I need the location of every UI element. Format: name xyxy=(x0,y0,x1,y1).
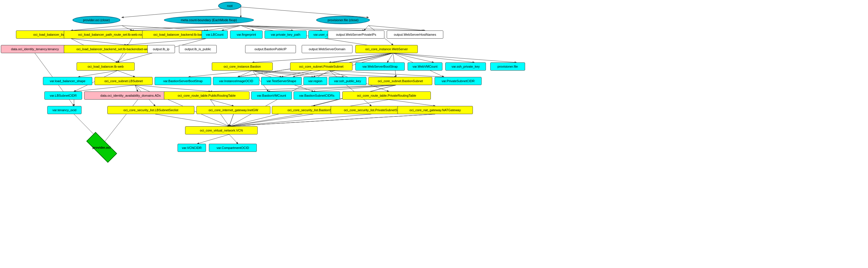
node-var-webvmcount: var.WebVMCount xyxy=(408,62,442,70)
svg-line-38 xyxy=(238,70,252,77)
node-var-instance-image-ocid: var.InstanceImageOCID xyxy=(213,77,259,85)
svg-line-29 xyxy=(393,53,517,62)
node-output-webserver-domain: output.WebServerDomain xyxy=(302,45,352,53)
node-oci-core-subnet-lbsubnet: oci_core_subnet.LBSubnet xyxy=(95,77,153,85)
svg-line-37 xyxy=(189,70,252,77)
node-oci-core-internet-gateway: oci_core_internet_gateway.InetGW xyxy=(196,106,270,114)
node-var-bastion-subnet-cidrs: var.BastionSubnetCIDRs xyxy=(293,91,340,99)
node-oci-core-security-list-lb: oci_core_security_list.LBSubnetSeclist xyxy=(107,106,194,114)
svg-line-24 xyxy=(118,53,126,62)
svg-line-60 xyxy=(329,70,371,106)
node-var-private-key-path: var.private_key_path xyxy=(265,30,307,39)
node-var-webserver-bootstrap: var.WebServerBootStrap xyxy=(355,62,405,70)
node-meta-count-boundary: meta.count-boundary (EachMode fixup) xyxy=(164,16,254,24)
node-oci-core-instance-webserver: oci_core_instance.WebServer xyxy=(355,45,418,53)
svg-line-45 xyxy=(78,70,118,77)
svg-line-64 xyxy=(389,99,435,106)
node-output-lb-ip: output.lb_ip xyxy=(147,45,175,53)
node-var-region: var.region xyxy=(304,77,327,85)
node-var-private-subnet-cidr: var.PrivateSubnetCIDR xyxy=(435,77,482,85)
svg-line-74 xyxy=(229,135,238,144)
node-output-lb-is-public: output.lb_is_public xyxy=(179,45,217,53)
node-var-lbcount: var.LBCount xyxy=(202,30,228,39)
node-var-load-balancer-shape: var.load_balancer_shape xyxy=(43,77,92,85)
svg-line-72 xyxy=(229,114,435,126)
svg-line-15 xyxy=(122,26,206,30)
node-output-webserver-hostnames: output.WebServerHostNames xyxy=(387,30,443,39)
node-oci-core-virtual-network-vcn: oci_core_virtual_network.VCN xyxy=(185,126,258,135)
node-var-tenancy-ocid: var.tenancy_ocid xyxy=(47,106,82,114)
svg-line-41 xyxy=(252,70,344,77)
node-oci-core-subnet-bastion: oci_core_subnet.BastionSubnet xyxy=(368,77,432,85)
svg-line-66 xyxy=(155,114,229,126)
svg-line-71 xyxy=(229,114,234,126)
node-provider-oci: provider.oci xyxy=(83,139,120,155)
node-var-test-server-shape: var.TestServerShape xyxy=(261,77,302,85)
node-provider-oci-close: provider.oci (close) xyxy=(72,16,120,24)
node-var-vcncidr: var.VCNCIDR xyxy=(178,144,206,152)
node-var-bastion-vm-count: var.BastionVMCount xyxy=(251,91,292,99)
node-oci-core-route-table-private: oci_core_route_table.PrivateRoutingTable xyxy=(342,91,431,99)
svg-line-62 xyxy=(210,99,234,106)
svg-line-51 xyxy=(135,85,210,91)
svg-line-19 xyxy=(71,39,126,45)
node-oci-core-nat-gateway: oci_core_nat_gateway.NATGateway xyxy=(398,106,473,114)
node-oci-core-route-table-public: oci_core_route_table.PublicRoutingTable xyxy=(164,91,249,99)
node-output-webserver-private-ips: output.WebServerPrivateIPs xyxy=(328,30,384,39)
node-oci-core-instance-bastion: oci_core_instance.Bastion xyxy=(212,62,273,70)
svg-line-48 xyxy=(74,85,135,91)
svg-line-10 xyxy=(241,26,364,30)
svg-line-73 xyxy=(197,135,229,144)
node-provisioner-file: provisioner.file xyxy=(490,62,525,70)
svg-line-28 xyxy=(393,53,474,62)
svg-line-53 xyxy=(210,85,396,91)
node-oci-core-subnet-private: oci_core_subnet.PrivateSubnet xyxy=(290,62,352,70)
svg-line-54 xyxy=(268,85,396,91)
node-var-lbsubnet-cidr: var.LBSubnetCIDR xyxy=(44,91,82,99)
node-var-ssh-public-key: var.ssh_public_key xyxy=(329,77,366,85)
node-var-bastion-server-bootstrap: var.BastionServerBootStrap xyxy=(155,77,211,85)
node-var-compartment-ocid: var.CompartmentOCID xyxy=(209,144,257,152)
node-data-availability-domains: data.oci_identity_availability_domains.A… xyxy=(84,91,177,99)
node-var-fingerprint: var.fingerprint xyxy=(230,30,262,39)
svg-line-16 xyxy=(364,26,368,30)
svg-line-14 xyxy=(122,26,132,30)
node-root: root xyxy=(218,2,241,10)
node-data-oci-identity-tenancy: data.oci_identity_tenancy.tenancy xyxy=(1,45,69,53)
node-provisioner-file-close: provisioner.file (close) xyxy=(316,16,370,24)
svg-line-9 xyxy=(241,26,322,30)
node-output-bastion-public-ip: output.BastionPublicIP xyxy=(245,45,296,53)
svg-line-58 xyxy=(329,70,444,77)
svg-line-46 xyxy=(118,70,135,77)
node-var-ssh-private-key: var.ssh_private_key xyxy=(445,62,486,70)
node-oci-lb: oci_load_balancer.lb-web xyxy=(76,62,134,70)
